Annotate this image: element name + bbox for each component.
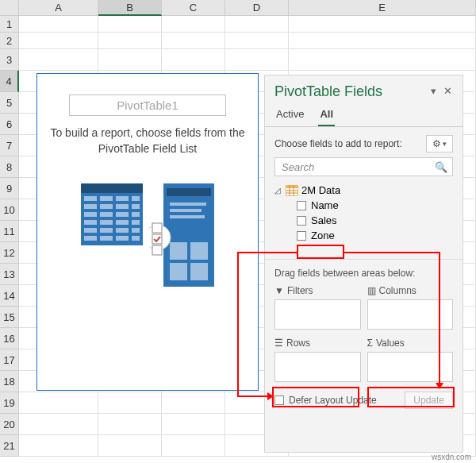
row-header-11[interactable]: 11 — [0, 221, 19, 242]
field-name[interactable]: Name — [274, 198, 453, 213]
field-sales[interactable]: Sales — [274, 213, 453, 228]
row-header-8[interactable]: 8 — [0, 156, 19, 178]
area-columns[interactable]: ▥Columns — [367, 284, 454, 330]
row-header-12[interactable]: 12 — [0, 242, 19, 264]
column-header-D[interactable]: D — [225, 0, 289, 16]
cell-A1[interactable] — [19, 16, 98, 33]
svg-rect-34 — [190, 263, 208, 280]
row-header-21[interactable]: 21 — [0, 435, 19, 457]
values-label: Values — [376, 338, 405, 349]
tools-dropdown[interactable]: ⚙ ▾ — [426, 135, 453, 152]
tab-all[interactable]: All — [318, 105, 335, 126]
cell-B3[interactable] — [98, 49, 162, 71]
pivottable-fields-pane: PivotTable Fields ▾ ✕ Active All Choose … — [264, 75, 463, 453]
tab-active[interactable]: Active — [274, 105, 305, 126]
cell-A19[interactable] — [19, 392, 98, 414]
area-values[interactable]: ΣValues — [367, 336, 454, 382]
cell-A3[interactable] — [19, 49, 98, 71]
columns-icon: ▥ — [367, 285, 376, 296]
area-filters[interactable]: ▼Filters — [274, 284, 361, 330]
row-header-4[interactable]: 4 — [0, 71, 19, 92]
cell-C1[interactable] — [162, 16, 225, 33]
row-header-1[interactable]: 1 — [0, 16, 19, 33]
data-table-node[interactable]: ◿ 2M Data — [274, 183, 453, 198]
column-header-A[interactable]: A — [19, 0, 98, 16]
search-icon: 🔍 — [435, 161, 447, 173]
cell-E3[interactable] — [289, 49, 476, 71]
svg-rect-13 — [132, 212, 140, 217]
svg-rect-21 — [132, 228, 140, 233]
row-header-19[interactable]: 19 — [0, 392, 19, 414]
row-header-20[interactable]: 20 — [0, 414, 19, 435]
cell-C2[interactable] — [162, 33, 225, 49]
row-header-16[interactable]: 16 — [0, 328, 19, 349]
cell-C3[interactable] — [162, 49, 225, 71]
svg-rect-6 — [84, 204, 97, 209]
sheet-corner[interactable] — [0, 0, 19, 16]
collapse-icon[interactable]: ◿ — [274, 186, 282, 195]
pivottable-message: To build a report, choose fields from th… — [45, 125, 250, 156]
svg-rect-16 — [116, 220, 129, 225]
row-header-3[interactable]: 3 — [0, 49, 19, 71]
svg-rect-36 — [152, 223, 162, 233]
svg-rect-31 — [170, 242, 187, 260]
cell-C19[interactable] — [162, 392, 225, 414]
row-header-2[interactable]: 2 — [0, 33, 19, 49]
svg-rect-23 — [100, 236, 113, 241]
illustration-fieldlist-icon — [149, 183, 214, 287]
column-header-B[interactable]: B — [98, 0, 162, 16]
column-header-E[interactable]: E — [289, 0, 476, 16]
cell-D2[interactable] — [225, 33, 289, 49]
defer-checkbox[interactable] — [274, 395, 284, 405]
row-header-6[interactable]: 6 — [0, 114, 19, 135]
cell-D3[interactable] — [225, 49, 289, 71]
cell-A2[interactable] — [19, 33, 98, 49]
pane-options-dropdown[interactable]: ▾ — [426, 85, 440, 99]
svg-rect-28 — [170, 203, 206, 206]
row-header-5[interactable]: 5 — [0, 92, 19, 114]
close-icon[interactable]: ✕ — [440, 85, 455, 99]
svg-rect-20 — [116, 228, 129, 233]
cell-D1[interactable] — [225, 16, 289, 33]
column-header-C[interactable]: C — [162, 0, 225, 16]
row-header-10[interactable]: 10 — [0, 199, 19, 221]
row-header-9[interactable]: 9 — [0, 178, 19, 199]
row-header-15[interactable]: 15 — [0, 307, 19, 328]
checkbox-zone[interactable] — [297, 231, 306, 241]
svg-rect-18 — [84, 228, 97, 233]
cell-B1[interactable] — [98, 16, 162, 33]
cell-B2[interactable] — [98, 33, 162, 49]
row-header-14[interactable]: 14 — [0, 285, 19, 307]
search-box[interactable]: 🔍 — [274, 157, 453, 176]
cell-A20[interactable] — [19, 414, 98, 435]
field-zone[interactable]: Zone — [274, 228, 453, 243]
svg-rect-2 — [84, 196, 97, 201]
drag-areas-label: Drag fields between areas below: — [265, 259, 463, 284]
cell-A21[interactable] — [19, 435, 98, 457]
cell-B20[interactable] — [98, 414, 162, 435]
svg-rect-14 — [84, 220, 97, 225]
columns-dropzone[interactable] — [367, 299, 454, 330]
checkbox-name[interactable] — [297, 201, 306, 210]
cell-B19[interactable] — [98, 392, 162, 414]
area-rows[interactable]: ☰Rows — [274, 336, 361, 382]
svg-rect-30 — [170, 215, 205, 218]
cell-C21[interactable] — [162, 435, 225, 457]
cell-C20[interactable] — [162, 414, 225, 435]
field-sales-label: Sales — [311, 214, 337, 226]
rows-dropzone[interactable] — [274, 352, 361, 382]
search-input[interactable] — [280, 160, 435, 174]
row-header-17[interactable]: 17 — [0, 349, 19, 371]
cell-B21[interactable] — [98, 435, 162, 457]
values-dropzone[interactable] — [367, 352, 454, 382]
pivottable-placeholder[interactable]: PivotTable1 To build a report, choose fi… — [36, 73, 259, 391]
svg-rect-17 — [132, 220, 140, 225]
filters-dropzone[interactable] — [274, 299, 361, 330]
cell-E1[interactable] — [289, 16, 476, 33]
cell-E2[interactable] — [289, 33, 476, 49]
row-header-7[interactable]: 7 — [0, 135, 19, 156]
row-header-13[interactable]: 13 — [0, 264, 19, 285]
defer-label: Defer Layout Update — [289, 395, 377, 406]
row-header-18[interactable]: 18 — [0, 371, 19, 392]
checkbox-sales[interactable] — [297, 216, 306, 226]
